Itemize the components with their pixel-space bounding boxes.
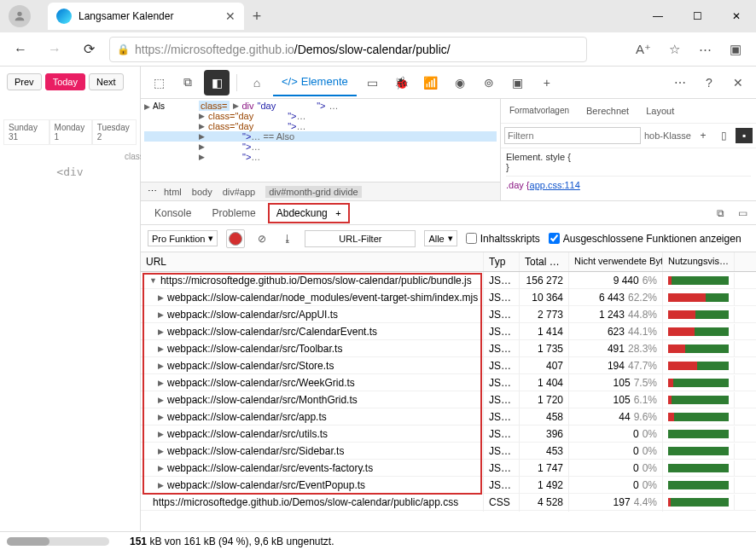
- elements-breadcrumb[interactable]: ⋯ html body div#app div#month-grid divid…: [141, 182, 500, 200]
- url-input[interactable]: 🔒 https://microsoftedge.github.io/Demos/…: [109, 37, 587, 62]
- help-icon[interactable]: ?: [696, 70, 722, 96]
- close-tab-icon[interactable]: ✕: [225, 9, 236, 23]
- inspect-element-icon[interactable]: ⬚: [146, 70, 172, 96]
- browser-tab[interactable]: Langsamer Kalender ✕: [48, 3, 244, 30]
- styles-tab-formatvorlagen[interactable]: Formatvorlagen: [501, 102, 578, 119]
- refresh-button[interactable]: ⟳: [75, 36, 102, 63]
- drawer-tab-coverage[interactable]: Abdeckung +: [268, 203, 350, 223]
- minimize-button[interactable]: —: [638, 3, 677, 30]
- header-unused[interactable]: Nicht verwendete Bytes: [569, 252, 663, 271]
- today-button[interactable]: Today: [45, 73, 85, 90]
- tab-title: Langsamer Kalender: [79, 10, 218, 22]
- hov-label[interactable]: hob-Klasse: [644, 130, 691, 141]
- coverage-row[interactable]: ▶webpack://slow-calendar/src/EventPopup.…: [141, 477, 756, 494]
- new-rule-icon[interactable]: ▯: [715, 128, 732, 143]
- css-source-link[interactable]: app.css:114: [530, 180, 580, 190]
- memory-tool-icon[interactable]: ⊚: [476, 70, 502, 96]
- elements-tree[interactable]: ▶ Alsclass=▶ div "day">…▶ class="day">…▶…: [141, 99, 500, 182]
- devtools-panel: ⬚ ⧉ ◧ ⌂ </> Elemente ▭ 🐞 📶 ◉ ⊚ ▣ + ⋯ ? ✕: [141, 67, 756, 531]
- coverage-row[interactable]: ▶webpack://slow-calendar/src/Toolbar.ts …: [141, 340, 756, 357]
- day-tab[interactable]: Monday 1: [49, 119, 92, 144]
- elements-tab[interactable]: </> Elemente: [273, 68, 357, 96]
- collections-icon[interactable]: ▣: [722, 36, 749, 63]
- read-aloud-icon[interactable]: A⁺: [630, 36, 657, 63]
- more-tools-icon[interactable]: +: [534, 70, 560, 96]
- styles-tabs: Formatvorlagen Berechnet Layout: [501, 99, 756, 124]
- coverage-row[interactable]: ▶webpack://slow-calendar/src/events-fact…: [141, 460, 756, 477]
- export-icon[interactable]: ⭳: [279, 231, 296, 246]
- user-avatar-icon[interactable]: [9, 5, 31, 27]
- application-tool-icon[interactable]: ▣: [505, 70, 531, 96]
- settings-icon[interactable]: ⋯: [667, 70, 693, 96]
- clear-icon[interactable]: ⊘: [253, 231, 270, 246]
- coverage-row[interactable]: ▶webpack://slow-calendar/src/Sidebar.ts …: [141, 443, 756, 460]
- chevron-down-icon: ▾: [208, 233, 213, 244]
- drawer-tab-probleme[interactable]: Probleme: [203, 203, 264, 223]
- coverage-summary: 151 kB von 161 kB (94 %), 9,6 kB ungenut…: [130, 536, 334, 547]
- coverage-row[interactable]: ▶webpack://slow-calendar/src/AppUI.ts JS…: [141, 306, 756, 323]
- next-button[interactable]: Next: [89, 73, 124, 90]
- close-devtools-icon[interactable]: ✕: [725, 70, 751, 96]
- menu-icon[interactable]: ⋯: [691, 36, 718, 63]
- welcome-icon[interactable]: ⌂: [244, 70, 270, 96]
- inspect-overlay-tag: <div: [3, 165, 137, 178]
- horizontal-scrollbar[interactable]: [7, 537, 109, 546]
- coverage-row[interactable]: ▶webpack://slow-calendar/node_modules/ev…: [141, 289, 756, 306]
- maximize-button[interactable]: ☐: [677, 3, 717, 30]
- sources-tool-icon[interactable]: 🐞: [389, 70, 415, 96]
- status-bar: 151 kB von 161 kB (94 %), 9,6 kB ungenut…: [0, 531, 756, 550]
- url-filter-input[interactable]: URL-Filter: [305, 230, 416, 247]
- back-button[interactable]: ←: [7, 36, 34, 63]
- drawer-tab-konsole[interactable]: Konsole: [146, 203, 200, 223]
- coverage-type-select[interactable]: Pro Funktion ▾: [148, 230, 218, 246]
- styles-rules[interactable]: Element. style { } .day {app.css:114: [501, 148, 756, 194]
- coverage-row[interactable]: https://microsoftedge.github.io/Demos/sl…: [141, 494, 756, 511]
- day-tabs: Sunday 31 Monday 1 Tuesday 2: [3, 119, 137, 145]
- console-tool-icon[interactable]: ▭: [360, 70, 386, 96]
- add-class-icon[interactable]: +: [695, 128, 712, 143]
- coverage-row[interactable]: ▶webpack://slow-calendar/src/CalendarEve…: [141, 323, 756, 340]
- devtools-top-bar: ⬚ ⧉ ◧ ⌂ </> Elemente ▭ 🐞 📶 ◉ ⊚ ▣ + ⋯ ? ✕: [141, 67, 756, 99]
- dock-side-icon[interactable]: ◧: [204, 70, 230, 96]
- computed-icon[interactable]: ▪: [736, 128, 753, 143]
- drawer-dock-icon[interactable]: ⧉: [712, 206, 729, 221]
- record-button[interactable]: [226, 229, 245, 248]
- coverage-row[interactable]: ▶webpack://slow-calendar/src/Store.ts JS…: [141, 357, 756, 374]
- address-bar: ← → ⟳ 🔒 https://microsoftedge.github.io/…: [0, 32, 756, 67]
- network-tool-icon[interactable]: 📶: [418, 70, 444, 96]
- header-typ[interactable]: Typ: [484, 252, 520, 271]
- day-tab[interactable]: Tuesday 2: [92, 119, 137, 144]
- device-toggle-icon[interactable]: ⧉: [175, 70, 201, 96]
- lock-icon: 🔒: [117, 43, 130, 55]
- code-icon: </>: [282, 75, 298, 88]
- coverage-row[interactable]: ▶webpack://slow-calendar/src/WeekGrid.ts…: [141, 374, 756, 391]
- day-tab[interactable]: Sunday 31: [3, 119, 49, 144]
- performance-tool-icon[interactable]: ◉: [447, 70, 473, 96]
- drawer-close-icon[interactable]: ▭: [734, 206, 751, 221]
- svg-point-0: [17, 12, 21, 16]
- prev-button[interactable]: Prev: [7, 73, 42, 90]
- excluded-functions-checkbox[interactable]: Ausgeschlossene Funktionen anzeigen: [549, 233, 741, 245]
- header-total[interactable]: Total By…: [520, 252, 569, 271]
- coverage-row[interactable]: ▶webpack://slow-calendar/src/MonthGrid.t…: [141, 391, 756, 408]
- forward-button: →: [41, 36, 68, 63]
- styles-filter-input[interactable]: [504, 127, 641, 144]
- new-tab-button[interactable]: +: [244, 3, 270, 29]
- content-scripts-checkbox[interactable]: Inhaltsskripts: [466, 233, 540, 245]
- calendar-toolbar: Prev Today Next: [3, 70, 137, 94]
- coverage-row[interactable]: ▶webpack://slow-calendar/src/utils.ts JS…: [141, 426, 756, 443]
- coverage-table[interactable]: URL Typ Total By… Nicht verwendete Bytes…: [141, 252, 756, 531]
- favorite-icon[interactable]: ☆: [660, 36, 688, 63]
- coverage-toolbar: Pro Funktion ▾ ⊘ ⭳ URL-Filter Alle ▾ Inh…: [141, 225, 756, 252]
- coverage-row[interactable]: ▶webpack://slow-calendar/src/app.ts JS (…: [141, 408, 756, 426]
- close-window-button[interactable]: ✕: [717, 3, 756, 30]
- header-url[interactable]: URL: [141, 252, 484, 271]
- header-viz[interactable]: Nutzungsvisualisiere: [663, 252, 735, 271]
- page-content: Prev Today Next Sunday 31 Monday 1 Tuesd…: [0, 67, 141, 531]
- coverage-row[interactable]: ▼https://microsoftedge.github.io/Demos/s…: [141, 272, 756, 289]
- styles-tab-layout[interactable]: Layout: [637, 102, 683, 119]
- coverage-table-header: URL Typ Total By… Nicht verwendete Bytes…: [141, 252, 756, 272]
- coverage-all-select[interactable]: Alle ▾: [424, 230, 457, 246]
- chevron-down-icon: ▾: [448, 233, 453, 244]
- styles-tab-berechnet[interactable]: Berechnet: [578, 102, 637, 119]
